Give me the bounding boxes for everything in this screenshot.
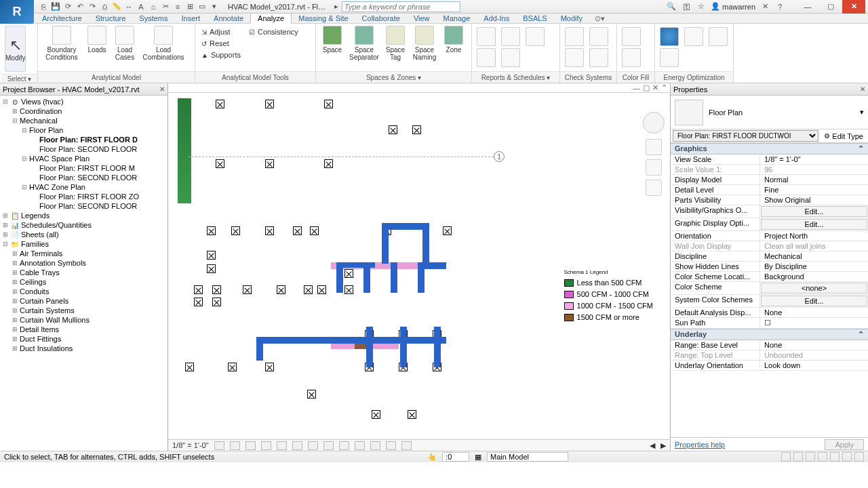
load-cases-button[interactable]: Load Cases (112, 26, 138, 61)
shadows-icon[interactable] (261, 441, 271, 450)
recent-icon[interactable]: ▸ (331, 1, 342, 12)
design-options-icon[interactable] (781, 452, 791, 462)
face-select-icon[interactable] (842, 452, 852, 462)
crop-view-icon[interactable] (292, 441, 302, 450)
boundary-conditions-button[interactable]: Boundary Conditions (41, 26, 82, 61)
minimize-button[interactable]: — (796, 0, 819, 14)
scroll-right-icon[interactable]: ▶ (660, 441, 666, 450)
redo-icon[interactable]: ↷ (87, 1, 98, 12)
tab-bsals[interactable]: BSALS (516, 14, 553, 23)
view-cube[interactable] (643, 112, 665, 134)
type-selector[interactable]: Floor Plan ▾ (671, 96, 868, 129)
tab-analyze[interactable]: Analyze (250, 13, 292, 24)
temporary-hide-icon[interactable] (339, 441, 349, 450)
customize-icon[interactable]: ▾ (209, 1, 220, 12)
instance-selector[interactable]: Floor Plan: FIRST FLOOR DUCTWOI (673, 130, 818, 142)
modify-button[interactable]: ↖ Modify (5, 26, 26, 72)
reset-button[interactable]: ↺ Reset (200, 39, 242, 48)
workset-selector[interactable]: Main Model (487, 452, 568, 462)
space-button[interactable]: Space (319, 26, 345, 54)
reveal-hidden-icon[interactable] (355, 441, 365, 450)
search-icon[interactable]: 🔍 (666, 1, 677, 12)
text-icon[interactable]: A (136, 1, 146, 12)
search-input[interactable] (342, 1, 460, 12)
editable-only-icon[interactable] (793, 452, 803, 462)
steering-wheel-icon[interactable] (646, 139, 662, 155)
space-tag-button[interactable]: Space Tag (383, 26, 408, 61)
zoom-icon[interactable] (646, 180, 662, 196)
check-circuits-icon[interactable] (589, 27, 608, 46)
3d-icon[interactable]: ⌂ (148, 1, 159, 12)
consistency-button[interactable]: ☑ Consistency (248, 27, 300, 37)
filter-icon[interactable]: ▦ (475, 453, 481, 462)
color-fill-legend-icon[interactable] (622, 27, 641, 46)
check-duct-icon[interactable] (565, 27, 584, 46)
comm-icon[interactable]: ⚿ (681, 1, 692, 12)
tab-modify[interactable]: Modify (554, 14, 589, 23)
thin-lines-icon[interactable]: ≡ (172, 1, 183, 12)
analytical-icon[interactable] (386, 441, 396, 450)
project-browser-tree[interactable]: ⊟⊙Views (hvac) ⊞Coordination ⊟Mechanical… (0, 96, 167, 451)
load-combinations-button[interactable]: Load Combinations (140, 26, 186, 61)
pipe-report-icon[interactable] (526, 27, 545, 46)
hvac-loads-icon[interactable] (477, 27, 496, 46)
edit-button[interactable]: Edit... (761, 219, 867, 230)
supports-button[interactable]: ▲ Supports (200, 50, 242, 60)
zone-button[interactable]: Zone (441, 26, 466, 54)
print-icon[interactable]: ⎙ (99, 1, 110, 12)
save-icon[interactable]: 💾 (50, 1, 61, 12)
tab-collaborate[interactable]: Collaborate (355, 14, 407, 23)
highlight-icon[interactable] (401, 441, 412, 450)
view-close-icon[interactable]: ✕ (652, 83, 658, 92)
duct-report-icon[interactable] (501, 48, 520, 67)
tab-view[interactable]: View (407, 14, 437, 23)
close-icon[interactable]: ✕ (860, 85, 865, 93)
properties-header[interactable]: Properties✕ (671, 83, 868, 96)
panel-schedule-icon[interactable] (477, 48, 496, 67)
schedule-icon[interactable] (501, 27, 520, 46)
maximize-button[interactable]: ▢ (819, 0, 842, 14)
app-menu-button[interactable]: R (0, 0, 34, 24)
tab-insert[interactable]: Insert (175, 14, 208, 23)
run-sim-icon[interactable] (684, 27, 703, 46)
crop-region-icon[interactable] (308, 441, 318, 450)
user-account[interactable]: 👤 mawarren (711, 2, 755, 11)
drag-elements-icon[interactable] (854, 452, 864, 462)
select-underlay-icon[interactable] (818, 452, 827, 462)
section-icon[interactable]: ✂ (160, 1, 171, 12)
disconnects-icon[interactable] (589, 48, 608, 67)
sun-path-checkbox[interactable] (760, 318, 868, 328)
scroll-left-icon[interactable]: ◀ (650, 441, 655, 450)
project-browser-header[interactable]: Project Browser - HVAC Model_v2017.rvt✕ (0, 83, 167, 96)
sun-path-icon[interactable] (245, 441, 256, 450)
edit-type-button[interactable]: ⚙ Edit Type (821, 132, 866, 140)
space-naming-button[interactable]: Space Naming (410, 26, 439, 61)
visual-style-icon[interactable] (230, 441, 240, 450)
drawing-area[interactable]: — ▢ ✕ ⌃ 1 (168, 83, 670, 451)
dim-icon[interactable]: ↔ (123, 1, 134, 12)
tab-architecture[interactable]: Architecture (35, 14, 89, 23)
color-scheme-icon[interactable] (622, 48, 641, 67)
select-pinned-icon[interactable] (830, 452, 840, 462)
measure-icon[interactable]: 📏 (111, 1, 122, 12)
view-minimize-icon[interactable]: — (633, 84, 640, 92)
tree-active-view[interactable]: Floor Plan: FIRST FLOOR D (1, 135, 166, 144)
open-icon[interactable]: ⎘ (38, 1, 49, 12)
color-scheme-button[interactable]: <none> (761, 283, 867, 293)
sync-icon[interactable]: ⟳ (62, 1, 73, 12)
edit-button[interactable]: Edit... (761, 206, 867, 217)
properties-grid[interactable]: Graphics⌃ View Scale1/8" = 1'-0" Scale V… (671, 143, 868, 437)
help-icon[interactable]: ? (774, 1, 785, 12)
tab-structure[interactable]: Structure (89, 14, 133, 23)
exchange-icon[interactable]: ✕ (760, 1, 770, 12)
loads-button[interactable]: Loads (85, 26, 109, 54)
apply-button[interactable]: Apply (825, 439, 864, 450)
worksharing-icon[interactable] (370, 441, 380, 450)
energy-model-icon[interactable] (660, 48, 679, 67)
detail-level-icon[interactable] (214, 441, 224, 450)
close-button[interactable]: ✕ (842, 0, 865, 14)
close-views-icon[interactable]: ⊞ (184, 1, 195, 12)
pan-icon[interactable] (646, 159, 662, 176)
options-icon[interactable]: ⌃ (661, 83, 667, 92)
ribbon-collapse-icon[interactable]: ⊙▾ (595, 14, 605, 23)
